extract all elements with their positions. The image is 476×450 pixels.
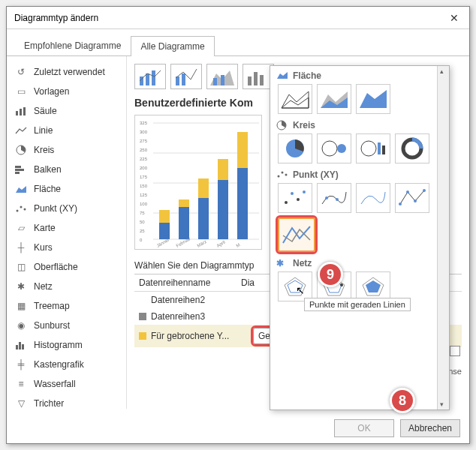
svg-rect-13 bbox=[22, 344, 24, 350]
secondary-axis-checkbox[interactable] bbox=[450, 346, 460, 356]
dialog-footer: OK Abbrechen bbox=[334, 419, 460, 437]
sidebar-item-label: Sunburst bbox=[34, 320, 70, 331]
sidebar-item-waterfall[interactable]: ≡Wasserfall bbox=[7, 374, 126, 394]
svg-rect-18 bbox=[152, 70, 155, 86]
titlebar: Diagrammtyp ändern ✕ bbox=[7, 7, 469, 29]
series-swatch-icon bbox=[139, 313, 146, 320]
scatter-option-1[interactable] bbox=[278, 183, 312, 213]
sidebar-item-histogram[interactable]: Histogramm bbox=[7, 335, 126, 355]
scatter-option-4[interactable] bbox=[395, 183, 429, 213]
pie-option-3[interactable] bbox=[356, 134, 390, 164]
svg-text:275: 275 bbox=[140, 139, 148, 143]
svg-rect-12 bbox=[19, 342, 21, 350]
sidebar-item-area[interactable]: Fläche bbox=[7, 179, 126, 199]
svg-text:März: März bbox=[197, 239, 208, 248]
chart-preview: 325300275 250225200 175150125 1007550 25… bbox=[134, 115, 262, 250]
popup-category-scatter: Punkt (XY) bbox=[270, 165, 449, 254]
sidebar-item-scatter[interactable]: Punkt (XY) bbox=[7, 199, 126, 218]
pie-chart-icon bbox=[276, 120, 288, 130]
sidebar-item-recent[interactable]: ↺Zuletzt verwendet bbox=[7, 62, 126, 82]
templates-icon: ▭ bbox=[14, 86, 28, 97]
pie-option-2[interactable] bbox=[317, 134, 351, 164]
svg-marker-63 bbox=[282, 98, 309, 108]
sidebar-item-map[interactable]: ▱Karte bbox=[7, 218, 126, 238]
svg-text:125: 125 bbox=[140, 193, 148, 197]
chart-preview-svg: 325300275 250225200 175150125 1007550 25… bbox=[135, 116, 261, 249]
sidebar-item-funnel[interactable]: ▽Trichter bbox=[7, 394, 126, 409]
sidebar-item-radar[interactable]: ✱Netz bbox=[7, 277, 126, 296]
area-option-1[interactable] bbox=[278, 84, 312, 114]
combo-subtype-2[interactable] bbox=[170, 64, 202, 89]
cancel-button[interactable]: Abbrechen bbox=[400, 419, 460, 437]
svg-rect-51 bbox=[198, 178, 209, 198]
combo-subtype-1[interactable] bbox=[134, 64, 166, 89]
scatter-option-tooltip: Punkte mit geraden Linien bbox=[304, 298, 411, 311]
svg-rect-23 bbox=[221, 75, 224, 86]
sidebar-item-label: Balken bbox=[34, 164, 62, 175]
sidebar-item-label: Histogramm bbox=[34, 340, 83, 350]
radar-option-3[interactable] bbox=[356, 272, 390, 302]
map-chart-icon: ▱ bbox=[14, 223, 28, 233]
svg-rect-6 bbox=[15, 172, 20, 174]
area-option-3[interactable] bbox=[356, 84, 390, 114]
sidebar-item-boxplot[interactable]: ╪Kastengrafik bbox=[7, 355, 126, 374]
ok-button[interactable]: OK bbox=[334, 419, 394, 437]
category-label: Netz bbox=[293, 258, 312, 268]
scatter-option-lines[interactable] bbox=[278, 218, 315, 252]
scatter-option-2[interactable] bbox=[317, 183, 351, 213]
svg-rect-24 bbox=[248, 76, 252, 86]
radar-chart-icon: ✱ bbox=[276, 258, 288, 268]
series-swatch-icon bbox=[139, 296, 146, 304]
sidebar-item-templates[interactable]: ▭Vorlagen bbox=[7, 82, 126, 101]
scatter-option-3[interactable] bbox=[356, 183, 390, 213]
series-name-label: Für gebrochene Y... bbox=[151, 331, 249, 341]
svg-point-69 bbox=[322, 141, 337, 156]
sidebar-item-bar[interactable]: Balken bbox=[7, 160, 126, 179]
sidebar-item-label: Oberfläche bbox=[34, 262, 78, 272]
svg-text:April: April bbox=[216, 240, 226, 248]
sidebar-item-label: Netz bbox=[34, 281, 53, 292]
sidebar-item-stock[interactable]: ┼Kurs bbox=[7, 238, 126, 257]
svg-rect-52 bbox=[218, 180, 228, 239]
popup-category-area: Fläche bbox=[270, 66, 449, 116]
close-icon[interactable]: ✕ bbox=[439, 7, 469, 29]
series-swatch-icon bbox=[139, 332, 146, 340]
tab-all[interactable]: Alle Diagramme bbox=[131, 36, 214, 56]
sidebar-item-pie[interactable]: Kreis bbox=[7, 140, 126, 160]
category-label: Punkt (XY) bbox=[293, 170, 339, 180]
sidebar-item-sunburst[interactable]: ◉Sunburst bbox=[7, 316, 126, 335]
pie-option-1[interactable] bbox=[278, 134, 312, 164]
svg-rect-17 bbox=[146, 74, 149, 86]
svg-text:225: 225 bbox=[140, 157, 148, 161]
tab-recommended[interactable]: Empfohlene Diagramme bbox=[14, 35, 131, 56]
combo-subtype-3[interactable] bbox=[206, 64, 238, 89]
radar-option-1[interactable] bbox=[278, 272, 312, 302]
sidebar-item-label: Trichter bbox=[34, 398, 64, 409]
svg-point-85 bbox=[406, 190, 409, 194]
area-option-2[interactable] bbox=[317, 84, 351, 114]
svg-point-70 bbox=[337, 144, 346, 153]
svg-text:0: 0 bbox=[140, 238, 143, 242]
popup-scrollbar[interactable] bbox=[437, 66, 449, 410]
sidebar-item-label: Säule bbox=[34, 106, 57, 116]
pie-option-4[interactable] bbox=[395, 134, 429, 164]
sidebar-item-treemap[interactable]: ▦Treemap bbox=[7, 296, 126, 316]
sidebar-item-column[interactable]: Säule bbox=[7, 101, 126, 121]
sidebar-item-label: Kreis bbox=[34, 145, 54, 155]
sidebar-item-surface[interactable]: ◫Oberfläche bbox=[7, 257, 126, 277]
svg-point-71 bbox=[361, 141, 376, 156]
svg-text:50: 50 bbox=[140, 220, 145, 224]
column-chart-icon bbox=[14, 106, 28, 116]
svg-text:75: 75 bbox=[140, 211, 145, 215]
scatter-chart-icon bbox=[14, 203, 28, 214]
sidebar-item-label: Punkt (XY) bbox=[34, 203, 77, 214]
sidebar-item-line[interactable]: Linie bbox=[7, 121, 126, 140]
svg-rect-55 bbox=[237, 132, 248, 168]
col-series-name: Datenreihenname bbox=[139, 278, 236, 288]
svg-marker-7 bbox=[16, 186, 26, 193]
svg-point-93 bbox=[340, 284, 343, 286]
svg-text:300: 300 bbox=[140, 130, 148, 134]
svg-rect-46 bbox=[159, 223, 170, 239]
svg-rect-72 bbox=[378, 142, 381, 154]
chart-type-popup: Fläche Kreis Punkt (XY) bbox=[270, 65, 450, 410]
